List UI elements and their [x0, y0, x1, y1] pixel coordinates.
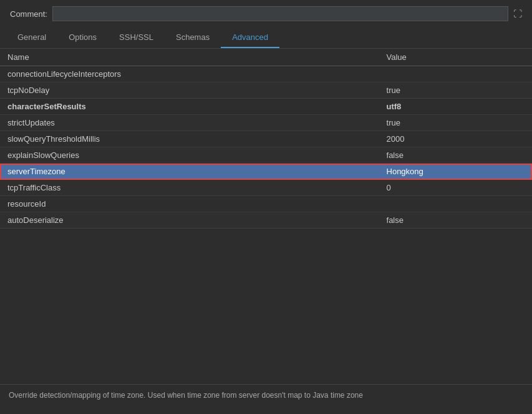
cell-name: tcpNoDelay — [0, 82, 379, 99]
properties-table: Name Value connectionLifecycleIntercepto… — [0, 49, 532, 229]
tab-options[interactable]: Options — [57, 27, 108, 48]
cell-value: utf8 — [379, 99, 532, 115]
tabs-row: General Options SSH/SSL Schemas Advanced — [0, 27, 532, 49]
tab-sshssl[interactable]: SSH/SSL — [108, 27, 165, 48]
table-row[interactable]: tcpTrafficClass0 — [0, 180, 532, 196]
cell-name: serverTimezone — [0, 164, 379, 180]
table-row[interactable]: explainSlowQueriesfalse — [0, 147, 532, 164]
cell-name: explainSlowQueries — [0, 147, 379, 164]
tab-advanced[interactable]: Advanced — [221, 27, 279, 48]
tab-schemas[interactable]: Schemas — [165, 27, 221, 48]
cell-name: tcpTrafficClass — [0, 180, 379, 196]
cell-name: strictUpdates — [0, 115, 379, 131]
table-row[interactable]: characterSetResultsutf8 — [0, 99, 532, 115]
expand-icon[interactable]: ⛶ — [513, 9, 522, 19]
description-bar: Override detection/mapping of time zone.… — [0, 384, 532, 414]
cell-value: false — [379, 147, 532, 164]
col-value-header: Value — [379, 49, 532, 66]
table-row[interactable]: slowQueryThresholdMillis2000 — [0, 131, 532, 147]
main-container: Comment: ⛶ General Options SSH/SSL Schem… — [0, 0, 532, 414]
table-row[interactable]: strictUpdatestrue — [0, 115, 532, 131]
cell-name: autoDeserialize — [0, 212, 379, 229]
comment-row: Comment: ⛶ — [0, 0, 532, 27]
cell-name: resourceId — [0, 196, 379, 212]
cell-value: false — [379, 212, 532, 229]
comment-input[interactable] — [52, 6, 508, 21]
table-row[interactable]: tcpNoDelaytrue — [0, 82, 532, 99]
comment-label: Comment: — [10, 9, 47, 19]
table-row[interactable]: serverTimezoneHongkong — [0, 164, 532, 180]
tab-general[interactable]: General — [6, 27, 57, 48]
cell-value — [379, 196, 532, 212]
description-text: Override detection/mapping of time zone.… — [9, 391, 363, 400]
cell-value: true — [379, 115, 532, 131]
cell-name: connectionLifecycleInterceptors — [0, 66, 379, 82]
col-name-header: Name — [0, 49, 379, 66]
table-row[interactable]: resourceId — [0, 196, 532, 212]
cell-value: 2000 — [379, 131, 532, 147]
table-container: Name Value connectionLifecycleIntercepto… — [0, 49, 532, 384]
cell-value: 0 — [379, 180, 532, 196]
table-header-row: Name Value — [0, 49, 532, 66]
cell-name: slowQueryThresholdMillis — [0, 131, 379, 147]
cell-name: characterSetResults — [0, 99, 379, 115]
table-row[interactable]: connectionLifecycleInterceptors — [0, 66, 532, 82]
cell-value — [379, 66, 532, 82]
cell-value: Hongkong — [379, 164, 532, 180]
cell-value: true — [379, 82, 532, 99]
table-row[interactable]: autoDeserializefalse — [0, 212, 532, 229]
